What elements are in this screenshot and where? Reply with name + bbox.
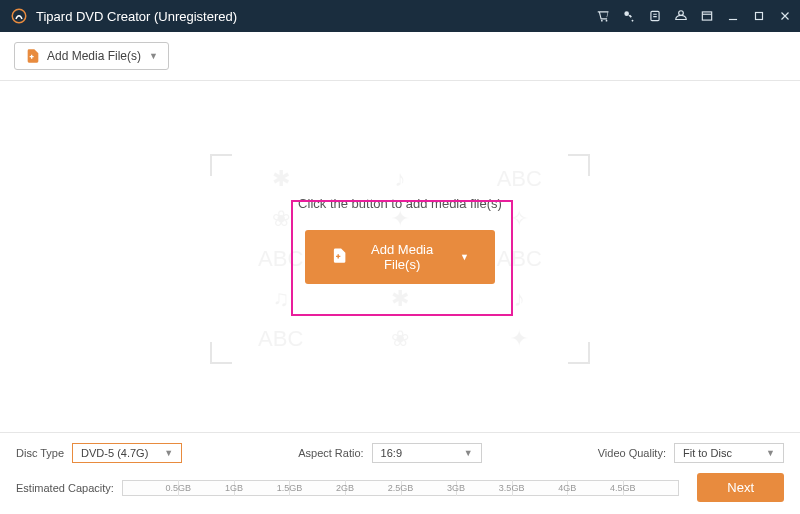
capacity-tick-label: 2GB xyxy=(336,483,354,493)
chevron-down-icon: ▼ xyxy=(154,448,173,458)
svg-point-2 xyxy=(606,20,608,22)
video-quality-select[interactable]: Fit to Disc ▼ xyxy=(674,443,784,463)
key-icon[interactable] xyxy=(622,9,636,23)
titlebar: Tipard DVD Creator (Unregistered) xyxy=(0,0,800,32)
main-area: ✱♪ABC❀✦ ✧ABC✱ABC♫ ✱♪ABC❀✦ Click the butt… xyxy=(0,81,800,437)
titlebar-actions xyxy=(596,9,792,23)
minimize-icon[interactable] xyxy=(726,9,740,23)
capacity-tick-label: 1GB xyxy=(225,483,243,493)
menu-icon[interactable] xyxy=(700,9,714,23)
svg-rect-6 xyxy=(756,13,763,20)
disc-type-select[interactable]: DVD-5 (4.7G) ▼ xyxy=(72,443,182,463)
chevron-down-icon: ▼ xyxy=(460,252,469,262)
drop-frame: ✱♪ABC❀✦ ✧ABC✱ABC♫ ✱♪ABC❀✦ Click the butt… xyxy=(210,154,590,364)
aspect-ratio-label: Aspect Ratio: xyxy=(298,447,363,459)
svg-point-3 xyxy=(624,11,629,16)
history-icon[interactable] xyxy=(648,9,662,23)
maximize-icon[interactable] xyxy=(752,9,766,23)
disc-type-label: Disc Type xyxy=(16,447,64,459)
next-button[interactable]: Next xyxy=(697,473,784,502)
capacity-tick-label: 3.5GB xyxy=(499,483,525,493)
app-logo-icon xyxy=(10,7,28,25)
aspect-ratio-value: 16:9 xyxy=(381,447,402,459)
capacity-tick-label: 2.5GB xyxy=(388,483,414,493)
chevron-down-icon: ▼ xyxy=(756,448,775,458)
toolbar: Add Media File(s) ▼ xyxy=(0,32,800,81)
frame-corner xyxy=(210,342,232,364)
chevron-down-icon: ▼ xyxy=(454,448,473,458)
capacity-tick-label: 4GB xyxy=(558,483,576,493)
aspect-ratio-select[interactable]: 16:9 ▼ xyxy=(372,443,482,463)
video-quality-label: Video Quality: xyxy=(598,447,666,459)
frame-corner xyxy=(210,154,232,176)
add-file-icon xyxy=(331,247,348,267)
add-media-toolbar-label: Add Media File(s) xyxy=(47,49,141,63)
disc-type-value: DVD-5 (4.7G) xyxy=(81,447,148,459)
capacity-tick-label: 1.5GB xyxy=(277,483,303,493)
add-media-toolbar-button[interactable]: Add Media File(s) ▼ xyxy=(14,42,169,70)
frame-corner xyxy=(568,342,590,364)
instruction-text: Click the button to add media file(s) xyxy=(210,196,590,211)
capacity-tick-label: 3GB xyxy=(447,483,465,493)
settings-row: Disc Type DVD-5 (4.7G) ▼ Aspect Ratio: 1… xyxy=(16,443,784,463)
capacity-tick-label: 4.5GB xyxy=(610,483,636,493)
add-media-main-label: Add Media File(s) xyxy=(358,242,446,272)
footer-panel: Disc Type DVD-5 (4.7G) ▼ Aspect Ratio: 1… xyxy=(0,432,800,514)
close-icon[interactable] xyxy=(778,9,792,23)
add-media-main-button[interactable]: Add Media File(s) ▼ xyxy=(305,230,495,284)
add-file-icon xyxy=(25,48,41,64)
app-title: Tipard DVD Creator (Unregistered) xyxy=(36,9,596,24)
capacity-label: Estimated Capacity: xyxy=(16,482,114,494)
next-button-label: Next xyxy=(727,480,754,495)
chevron-down-icon: ▼ xyxy=(149,51,158,61)
capacity-row: Estimated Capacity: 0.5GB1GB1.5GB2GB2.5G… xyxy=(16,473,784,502)
svg-point-1 xyxy=(601,20,603,22)
frame-corner xyxy=(568,154,590,176)
cart-icon[interactable] xyxy=(596,9,610,23)
capacity-bar: 0.5GB1GB1.5GB2GB2.5GB3GB3.5GB4GB4.5GB xyxy=(122,480,679,496)
help-icon[interactable] xyxy=(674,9,688,23)
svg-rect-5 xyxy=(702,12,711,20)
capacity-tick-label: 0.5GB xyxy=(166,483,192,493)
video-quality-value: Fit to Disc xyxy=(683,447,732,459)
